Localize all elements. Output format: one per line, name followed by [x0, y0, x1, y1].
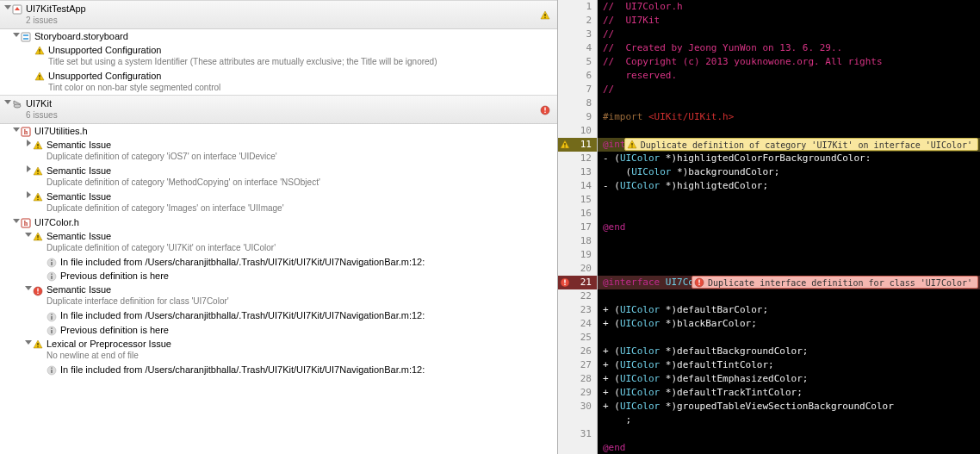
disclosure-arrow[interactable]: [12, 30, 21, 42]
issue-row[interactable]: Semantic Issue Duplicate interface defin…: [0, 283, 557, 308]
file-row-storyboard[interactable]: Storyboard.storyboard: [0, 29, 557, 43]
line-number: 22: [558, 289, 597, 303]
issue-subrow[interactable]: In file included from /Users/charanjitbh…: [0, 255, 557, 269]
line-number: 28: [558, 372, 597, 386]
code-line[interactable]: reserved.: [598, 69, 980, 83]
code-line[interactable]: + (UIColor *)defaultEmphasizedColor;: [598, 372, 980, 386]
issues-navigator[interactable]: UI7KitTestApp 2 issues Storyboard.storyb…: [0, 0, 558, 454]
file-row[interactable]: UI7Utilities.h: [0, 124, 557, 138]
code-line[interactable]: @end: [598, 221, 980, 234]
issue-row[interactable]: Semantic Issue Duplicate definition of c…: [0, 190, 557, 215]
line-number: 20: [558, 262, 597, 276]
disclosure-arrow[interactable]: [24, 283, 33, 295]
issue-subrow[interactable]: In file included from /Users/charanjitbh…: [0, 308, 557, 322]
code-line[interactable]: //: [598, 28, 980, 41]
disclosure-arrow[interactable]: [3, 3, 12, 15]
storyboard-icon: [21, 30, 33, 42]
issue-subrow[interactable]: Previous definition is here: [0, 323, 557, 337]
code-line[interactable]: [598, 207, 980, 221]
code-line[interactable]: // Created by Jeong YunWon on 13. 6. 29.…: [598, 41, 980, 55]
info-icon: [47, 270, 59, 282]
code-line[interactable]: // UI7Kit: [598, 14, 980, 28]
warning-icon: [34, 70, 47, 82]
inline-error[interactable]: Duplicate interface definition for class…: [692, 276, 978, 289]
code-editor[interactable]: 1234567891011121314151617181920212223242…: [558, 0, 980, 454]
warning-icon: [33, 338, 45, 350]
error-badge: [540, 103, 550, 115]
code-line[interactable]: [598, 427, 980, 441]
issue-subrow[interactable]: In file included from /Users/charanjitbh…: [0, 363, 557, 376]
header-file-icon: [21, 125, 33, 137]
line-number: 25: [558, 331, 597, 345]
error-icon: [33, 283, 45, 295]
code-line[interactable]: + (UIColor *)defaultBarColor;: [598, 303, 980, 317]
code-line[interactable]: [598, 234, 980, 248]
line-number: 23: [558, 303, 597, 317]
code-line[interactable]: + (UIColor *)defaultTintColor;: [598, 358, 980, 372]
issue-title: Unsupported Configuration: [48, 70, 554, 82]
line-number: 31: [558, 427, 597, 441]
line-number: 29: [558, 386, 597, 400]
code-line[interactable]: #import <UIKit/UIKit.h>: [598, 110, 980, 124]
warning-icon: [34, 44, 47, 56]
code-line[interactable]: [598, 124, 980, 138]
issue-row[interactable]: Lexical or Preprocessor Issue No newline…: [0, 337, 557, 363]
code-line[interactable]: //: [598, 83, 980, 96]
issue-title: Semantic Issue: [47, 165, 554, 177]
file-row[interactable]: UI7Color.h: [0, 215, 557, 229]
info-icon: [47, 256, 59, 268]
disclosure-arrow[interactable]: [24, 338, 33, 350]
issue-row[interactable]: Unsupported Configuration Tint color on …: [0, 69, 557, 95]
issue-row[interactable]: Semantic Issue Duplicate definition of c…: [0, 164, 557, 190]
disclosure-arrow[interactable]: [24, 165, 33, 177]
disclosure-arrow[interactable]: [12, 216, 21, 228]
disclosure-arrow[interactable]: [24, 230, 33, 242]
inline-warning[interactable]: Duplicate definition of category 'UI7Kit…: [624, 138, 978, 151]
code-line[interactable]: [598, 289, 980, 303]
app-icon: [12, 3, 24, 15]
code-line[interactable]: [598, 193, 980, 207]
disclosure-arrow[interactable]: [12, 125, 21, 137]
code-line[interactable]: - (UIColor *)highligtedColor;: [598, 179, 980, 193]
warning-icon: [33, 139, 45, 151]
code-line[interactable]: + (UIColor *)blackBarColor;: [598, 317, 980, 331]
code-line[interactable]: @end: [598, 441, 980, 454]
header-file-icon: [21, 216, 33, 228]
disclosure-arrow[interactable]: [3, 97, 12, 109]
line-number: 16: [558, 207, 597, 221]
code-line[interactable]: @interface UIColor (UI7Kit)Duplicate def…: [598, 138, 980, 152]
line-number: 8: [558, 96, 597, 110]
line-number: 17: [558, 221, 597, 234]
code-area[interactable]: // UI7Color.h// UI7Kit//// Created by Je…: [598, 0, 980, 454]
line-number: 19: [558, 248, 597, 262]
library-icon: [12, 97, 24, 109]
code-line[interactable]: @interface UI7Color : UIColorDuplicate i…: [598, 276, 980, 289]
line-gutter: 1234567891011121314151617181920212223242…: [558, 0, 598, 454]
code-line[interactable]: + (UIColor *)defaultBackgroundColor;: [598, 345, 980, 358]
project-header[interactable]: UI7KitTestApp 2 issues: [0, 0, 557, 29]
issue-row[interactable]: Unsupported Configuration Title set but …: [0, 43, 557, 69]
issue-row[interactable]: Semantic Issue Duplicate definition of c…: [0, 138, 557, 164]
code-line[interactable]: // UI7Color.h: [598, 0, 980, 14]
disclosure-arrow[interactable]: [24, 139, 33, 151]
code-line[interactable]: [598, 248, 980, 262]
disclosure-arrow[interactable]: [24, 190, 33, 202]
line-number: 11: [558, 138, 597, 152]
code-line[interactable]: [598, 331, 980, 345]
issue-subrow[interactable]: Previous definition is here: [0, 269, 557, 283]
code-line[interactable]: ;: [598, 414, 980, 427]
target-header[interactable]: UI7Kit 6 issues: [0, 95, 557, 124]
line-number: 10: [558, 124, 597, 138]
code-line[interactable]: + (UIColor *)defaultTrackTintColor;: [598, 386, 980, 400]
issue-note: Previous definition is here: [60, 270, 169, 282]
code-line[interactable]: // Copyright (c) 2013 youknowone.org. Al…: [598, 55, 980, 69]
code-line[interactable]: (UIColor *)backgroundColor;: [598, 165, 980, 179]
code-line[interactable]: + (UIColor *)groupedTableViewSectionBack…: [598, 400, 980, 414]
line-number: [558, 414, 597, 427]
code-line[interactable]: - (UIColor *)highligtedColorForBackgroun…: [598, 152, 980, 165]
code-line[interactable]: [598, 96, 980, 110]
line-number: 26: [558, 345, 597, 358]
code-line[interactable]: [598, 262, 980, 276]
issue-row[interactable]: Semantic Issue Duplicate definition of c…: [0, 229, 557, 255]
line-number: 24: [558, 317, 597, 331]
